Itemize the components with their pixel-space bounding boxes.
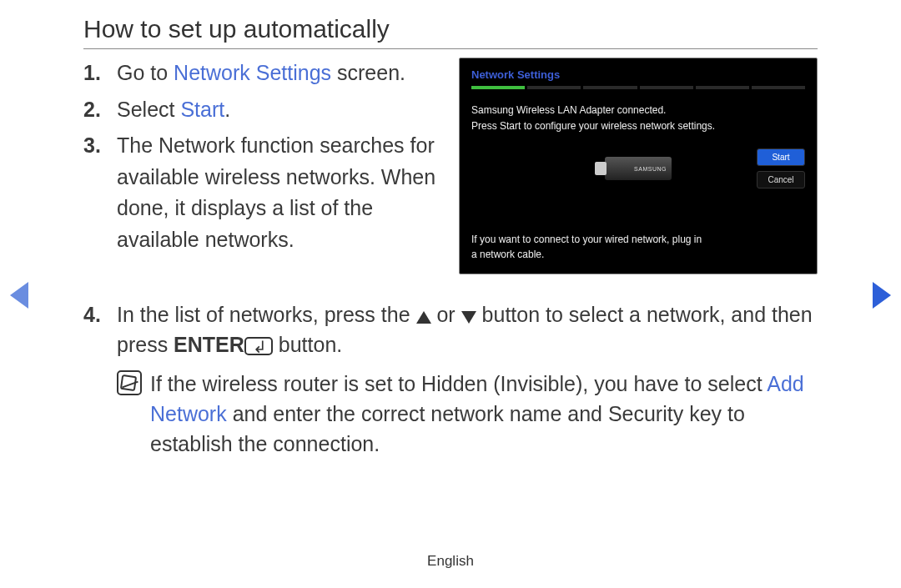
enter-icon: [244, 337, 273, 355]
step-4: 4. In the list of networks, press the or…: [83, 299, 818, 459]
step-3: 3. The Network function searches for ava…: [83, 130, 442, 255]
step-1: 1. Go to Network Settings screen.: [83, 58, 442, 89]
panel-message: Samsung Wireless LAN Adapter connected. …: [471, 103, 805, 134]
step-number: 1.: [83, 58, 117, 89]
page-content: How to set up automatically 1. Go to Net…: [0, 0, 901, 459]
step-body: Go to Network Settings screen.: [117, 58, 442, 89]
note: If the wireless router is set to Hidden …: [117, 369, 818, 460]
link-start: Start: [180, 98, 224, 121]
note-body: If the wireless router is set to Hidden …: [150, 369, 818, 460]
panel-title: Network Settings: [471, 68, 805, 81]
cancel-button[interactable]: Cancel: [757, 171, 805, 188]
step-number: 3.: [83, 130, 117, 255]
page-title: How to set up automatically: [83, 15, 818, 49]
footer-language: English: [0, 553, 901, 570]
nav-prev-arrow[interactable]: [10, 282, 28, 309]
step-2: 2. Select Start.: [83, 94, 442, 126]
start-button[interactable]: Start: [757, 148, 805, 166]
step-body: Select Start.: [117, 94, 442, 126]
note-icon: [117, 369, 150, 460]
nav-next-arrow[interactable]: [873, 282, 891, 309]
up-arrow-icon: [416, 311, 431, 324]
link-network-settings: Network Settings: [174, 61, 331, 84]
enter-label: ENTER: [174, 333, 244, 356]
down-arrow-icon: [461, 311, 476, 324]
network-settings-screenshot: Network Settings Samsung Wireless LAN Ad…: [459, 58, 818, 274]
step-number: 2.: [83, 94, 117, 126]
panel-footnote: If you want to connect to your wired net…: [471, 232, 708, 262]
step-number: 4.: [83, 299, 117, 459]
step-body: The Network function searches for availa…: [117, 130, 442, 255]
adapter-image: SAMSUNG: [471, 139, 805, 198]
progress-bar: [471, 86, 805, 89]
step-body: In the list of networks, press the or bu…: [117, 299, 818, 459]
